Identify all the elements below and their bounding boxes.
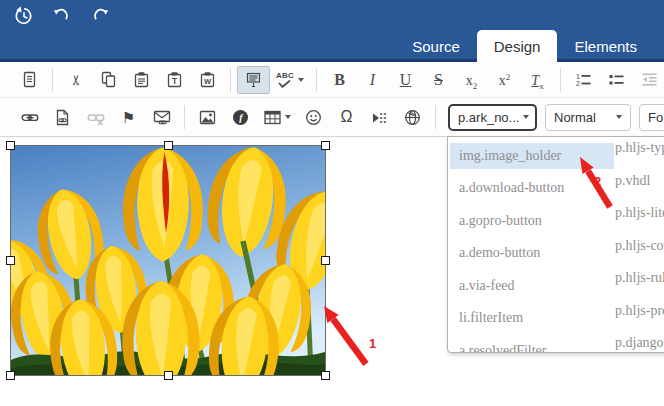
format-dropdown[interactable]: Normal (545, 104, 631, 131)
insert-flash-button[interactable]: f (224, 103, 257, 131)
annotation-label-2: 2 (594, 174, 601, 189)
tab-source[interactable]: Source (395, 30, 477, 62)
tulips-photo (11, 146, 325, 375)
chevron-down-icon (523, 115, 529, 119)
link-icon (21, 109, 39, 126)
subscript-icon: x2 (466, 71, 478, 89)
superscript-button[interactable]: x2 (488, 66, 521, 94)
numbered-list-button[interactable]: 12 (567, 66, 600, 94)
resize-handle-middle-right[interactable] (321, 256, 330, 265)
italic-button[interactable]: I (356, 66, 389, 94)
style-option[interactable]: a.download-button (450, 175, 614, 201)
style-option[interactable]: p.hljs-rules (615, 265, 664, 291)
new-document-button[interactable] (13, 66, 46, 94)
format-dropdown-value: Normal (554, 110, 596, 125)
editing-area[interactable]: img.image_holder a.download-button a.gop… (0, 137, 664, 406)
redo-button[interactable] (88, 6, 112, 30)
spell-check-button[interactable]: ABC (270, 66, 310, 94)
svg-text:W: W (204, 77, 212, 86)
link-button[interactable] (13, 103, 46, 131)
style-option[interactable]: p.hljs-com (615, 233, 664, 259)
resize-handle-bottom-left[interactable] (6, 371, 15, 380)
bold-button[interactable]: B (323, 66, 356, 94)
bulleted-list-icon (608, 71, 625, 88)
redo-icon (89, 5, 111, 31)
image-icon (199, 109, 216, 126)
link-document-button[interactable] (46, 103, 79, 131)
toolbar-row-2: ⚑ f Ω p.ark_no... (0, 98, 664, 137)
resize-handle-bottom-right[interactable] (321, 371, 330, 380)
header-bar: Source Design Elements (0, 0, 664, 62)
resize-handle-top-right[interactable] (321, 141, 330, 150)
bulleted-list-button[interactable] (600, 66, 633, 94)
style-option[interactable]: p.django (615, 330, 664, 353)
style-option[interactable]: p.vhdl (615, 168, 664, 194)
style-option[interactable]: a.resolvedFilter (450, 338, 614, 353)
page-break-button[interactable] (363, 103, 396, 131)
paste-from-word-button[interactable]: W (191, 66, 224, 94)
resize-handle-top-center[interactable] (164, 141, 173, 150)
paste-button[interactable] (125, 66, 158, 94)
select-all-button[interactable] (237, 66, 270, 94)
underline-button[interactable]: U (389, 66, 422, 94)
decrease-indent-icon (641, 71, 658, 88)
insert-iframe-button[interactable] (396, 103, 429, 131)
paste-from-word-icon: W (199, 71, 216, 88)
decrease-indent-button[interactable] (633, 66, 664, 94)
underline-icon: U (400, 72, 412, 88)
style-option[interactable]: a.gopro-button (450, 208, 614, 234)
toolbar-separator (52, 68, 53, 92)
copy-button[interactable] (92, 66, 125, 94)
style-option[interactable]: p.hljs-type (615, 136, 664, 161)
insert-image-button[interactable] (191, 103, 224, 131)
style-option[interactable]: li.filterItem (450, 305, 614, 331)
history-button-group (12, 6, 112, 30)
svg-text:1: 1 (576, 73, 580, 80)
history-icon (13, 5, 35, 31)
bold-icon: B (334, 72, 345, 88)
smiley-icon (305, 109, 322, 126)
unlink-button[interactable] (79, 103, 112, 131)
strikethrough-button[interactable]: S (422, 66, 455, 94)
style-option[interactable]: a.via-feed (450, 273, 614, 299)
flash-icon: f (232, 109, 249, 126)
anchor-flag-icon: ⚑ (122, 110, 135, 125)
font-dropdown[interactable]: Fo (639, 104, 664, 131)
history-button[interactable] (12, 6, 36, 30)
resize-handle-bottom-center[interactable] (164, 371, 173, 380)
link-email-button[interactable] (145, 103, 178, 131)
insert-table-button[interactable] (257, 103, 297, 131)
undo-button[interactable] (50, 6, 74, 30)
toolbar-separator (230, 68, 231, 92)
numbered-list-icon: 12 (575, 71, 592, 88)
style-option[interactable]: p.hljs-prop (615, 298, 664, 324)
editor-window: Source Design Elements ✂ T W (0, 0, 664, 406)
italic-icon: I (370, 72, 375, 88)
insert-smiley-button[interactable] (297, 103, 330, 131)
subscript-button[interactable]: x2 (455, 66, 488, 94)
selected-image[interactable] (10, 145, 326, 376)
chevron-down-icon (616, 115, 622, 119)
tab-design[interactable]: Design (477, 30, 558, 62)
toolbar-separator (184, 105, 185, 129)
style-option-selected[interactable]: img.image_holder (450, 143, 614, 169)
chevron-down-icon (298, 78, 304, 82)
style-option[interactable]: a.demo-button (450, 240, 614, 266)
styles-dropdown[interactable]: p.ark_no... (448, 104, 537, 131)
link-document-icon (54, 109, 71, 126)
style-option[interactable]: p.hljs-litera (615, 200, 664, 226)
page-break-icon (371, 109, 388, 126)
superscript-icon: x2 (499, 71, 511, 89)
anchor-flag-button[interactable]: ⚑ (112, 103, 145, 131)
mode-tabs: Source Design Elements (395, 30, 654, 62)
resize-handle-middle-left[interactable] (6, 256, 15, 265)
resize-handle-top-left[interactable] (6, 141, 15, 150)
spell-check-icon: ABC (276, 72, 294, 88)
strikethrough-icon: S (434, 72, 443, 88)
cut-button[interactable]: ✂ (59, 66, 92, 94)
special-character-button[interactable]: Ω (330, 103, 363, 131)
styles-dropdown-value: p.ark_no... (458, 110, 519, 125)
remove-format-button[interactable]: Tx (521, 66, 554, 94)
paste-plain-text-button[interactable]: T (158, 66, 191, 94)
tab-elements[interactable]: Elements (557, 30, 654, 62)
